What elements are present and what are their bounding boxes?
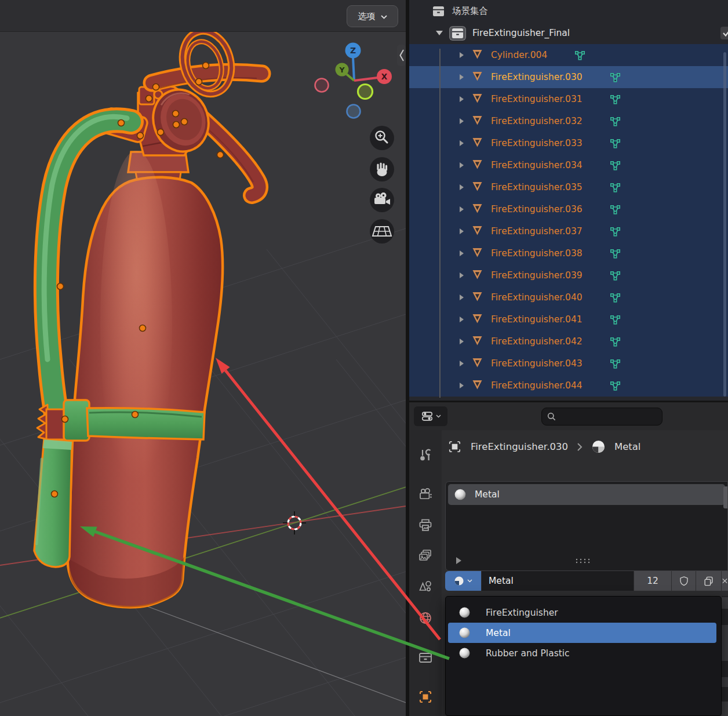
object-name: FireExtinguisher.030	[491, 72, 583, 82]
mesh-object-icon	[471, 290, 483, 305]
viewport-header	[0, 0, 406, 32]
mesh-data-icon	[610, 204, 621, 215]
outliner-object-row[interactable]: FireExtinguisher.036	[409, 198, 728, 220]
outliner-object-row[interactable]: FireExtinguisher.037	[409, 220, 728, 242]
outliner-object-row[interactable]: FireExtinguisher.035	[409, 176, 728, 198]
outliner-object-row[interactable]: FireExtinguisher.032	[409, 110, 728, 132]
fake-user-shield-button[interactable]	[672, 571, 696, 591]
search-input[interactable]	[560, 412, 653, 421]
properties-editor-icon	[421, 410, 434, 423]
outliner-object-row[interactable]: FireExtinguisher.033	[409, 132, 728, 154]
material-slot-list[interactable]: Metal	[445, 481, 728, 571]
outliner-object-row[interactable]: FireExtinguisher.031	[409, 88, 728, 110]
mesh-object-icon	[471, 136, 483, 151]
expand-arrow-icon[interactable]	[460, 118, 464, 124]
material-ball-icon	[454, 576, 464, 586]
expand-arrow-icon[interactable]	[460, 250, 464, 256]
pan-hand-icon[interactable]	[370, 157, 394, 181]
object-name: FireExtinguisher.038	[491, 248, 583, 259]
expand-arrow-icon[interactable]	[460, 361, 464, 366]
object-properties-icon[interactable]	[418, 689, 433, 704]
expand-arrow-icon[interactable]	[460, 140, 464, 146]
viewport-options-button[interactable]: 选项	[347, 5, 398, 27]
outliner-object-row[interactable]: FireExtinguisher.043	[409, 352, 728, 375]
mesh-data-icon	[610, 358, 621, 369]
expand-arrow-icon[interactable]	[460, 272, 464, 278]
expand-arrow-icon[interactable]	[460, 52, 464, 58]
mesh-object-icon	[471, 246, 483, 261]
slot-add-button-cut[interactable]	[723, 486, 727, 508]
material-option[interactable]: Metal	[448, 623, 716, 643]
breadcrumb-material-name[interactable]: Metal	[614, 441, 641, 452]
outliner-object-row[interactable]: FireExtinguisher.041	[409, 308, 728, 330]
scene-collection-row[interactable]: 场景集合	[409, 0, 728, 22]
output-icon[interactable]	[418, 518, 433, 533]
mesh-object-icon	[471, 114, 483, 129]
mesh-object-icon	[471, 158, 483, 173]
toggle-grid-icon[interactable]	[370, 219, 394, 243]
outliner-object-row[interactable]: FireExtinguisher.044	[409, 375, 728, 397]
expand-arrow-icon[interactable]	[460, 96, 464, 102]
expand-arrow-icon[interactable]	[460, 383, 464, 388]
outliner-scrollbar[interactable]	[723, 52, 726, 397]
object-data-icon	[447, 439, 462, 454]
breadcrumb-object-name[interactable]: FireExtinguisher.030	[471, 441, 568, 452]
expand-arrow-icon[interactable]	[460, 206, 464, 212]
gizmo-y-label: Y	[338, 66, 345, 74]
zoom-in-icon[interactable]	[370, 126, 394, 150]
viewport-3d[interactable]: Z Y X	[0, 0, 406, 716]
outliner-object-row[interactable]: FireExtinguisher.042	[409, 330, 728, 352]
tool-icon[interactable]	[418, 448, 433, 463]
collection-row[interactable]: FireExtinguisher_Final	[409, 22, 728, 44]
close-icon	[722, 576, 728, 586]
collapse-arrow-icon[interactable]	[436, 31, 443, 35]
material-name-field[interactable]: Metal	[482, 571, 634, 591]
render-icon[interactable]	[418, 486, 433, 501]
mesh-object-icon	[471, 224, 483, 239]
material-users-count-button[interactable]: 12	[634, 571, 671, 591]
editor-type-button[interactable]	[414, 406, 447, 426]
expand-arrow-icon[interactable]	[460, 184, 464, 190]
world-icon[interactable]	[418, 610, 433, 626]
collection-properties-icon[interactable]	[418, 650, 433, 666]
view-layer-icon[interactable]	[418, 548, 433, 564]
properties-search-box[interactable]	[541, 408, 663, 426]
outliner-object-row[interactable]: FireExtinguisher.034	[409, 154, 728, 176]
gizmo-neg-y-ball[interactable]	[358, 85, 373, 99]
expand-arrow-icon[interactable]	[460, 228, 464, 234]
material-slot-active[interactable]: Metal	[448, 484, 725, 505]
sidebar-collapse-tab[interactable]	[397, 45, 406, 66]
gizmo-neg-x-ball[interactable]	[315, 79, 329, 92]
outliner-object-row[interactable]: FireExtinguisher.039	[409, 264, 728, 286]
gizmo-neg-z-ball[interactable]	[347, 105, 361, 118]
material-option[interactable]: Rubber and Plastic	[448, 643, 716, 663]
grip-handle-icon[interactable]	[576, 558, 591, 564]
collection-name: FireExtinguisher_Final	[472, 28, 570, 38]
outliner-object-row[interactable]: FireExtinguisher.030	[409, 66, 728, 88]
object-name: FireExtinguisher.037	[491, 226, 583, 237]
object-name: FireExtinguisher.043	[491, 358, 583, 369]
mesh-data-icon	[574, 50, 585, 61]
object-name: FireExtinguisher.040	[491, 292, 583, 303]
mesh-data-icon	[610, 138, 621, 149]
panel-expander-icon[interactable]	[456, 557, 461, 564]
outliner-object-row[interactable]: Cylinder.004	[409, 44, 728, 66]
expand-arrow-icon[interactable]	[460, 317, 464, 322]
camera-view-icon[interactable]	[370, 188, 394, 212]
collection-checkbox-icon[interactable]	[720, 27, 728, 39]
new-material-copy-button[interactable]	[696, 571, 721, 591]
outliner-object-row[interactable]: FireExtinguisher.038	[409, 242, 728, 264]
expand-arrow-icon[interactable]	[460, 295, 464, 300]
browse-material-button[interactable]	[445, 571, 481, 591]
unlink-x-button-cut[interactable]	[722, 571, 728, 591]
material-option[interactable]: FireExtinguisher	[448, 602, 716, 623]
material-option-label: Metal	[486, 628, 511, 638]
properties-header	[409, 402, 728, 430]
expand-arrow-icon[interactable]	[460, 339, 464, 344]
mesh-data-icon	[610, 72, 621, 83]
expand-arrow-icon[interactable]	[460, 74, 464, 80]
outliner-object-row[interactable]: FireExtinguisher.040	[409, 286, 728, 308]
expand-arrow-icon[interactable]	[460, 162, 464, 168]
3d-scene[interactable]: Z Y X	[0, 0, 406, 716]
scene-icon[interactable]	[418, 579, 433, 594]
